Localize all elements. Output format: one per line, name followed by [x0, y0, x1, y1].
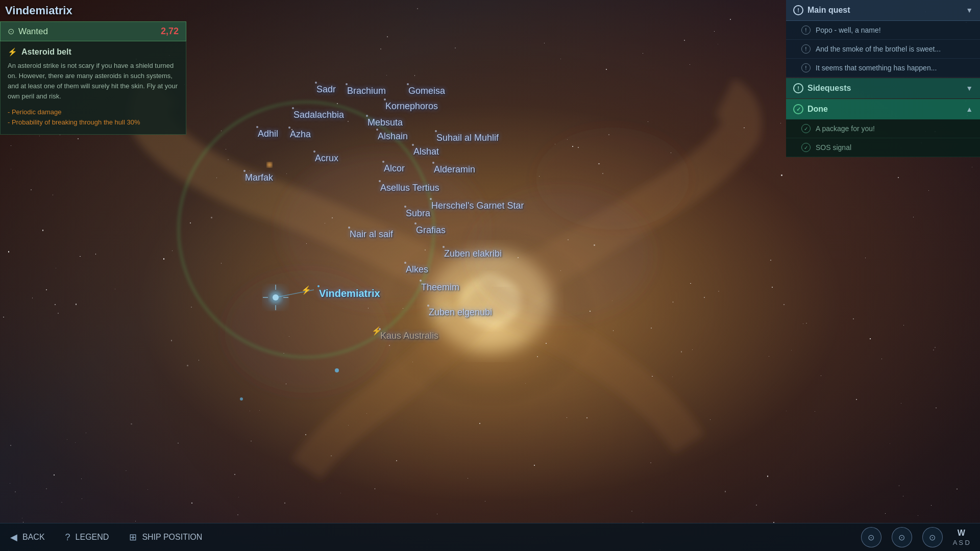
done-chevron: ▲ [966, 105, 973, 113]
star-dot [379, 180, 381, 182]
done-item-icon: ✓ [801, 124, 811, 133]
star-dot [292, 107, 294, 109]
star-dot [376, 129, 378, 131]
star-dot [420, 280, 422, 282]
sidequests-header[interactable]: ! Sidequests ▼ [786, 78, 980, 98]
back-label: BACK [22, 533, 45, 542]
star-dot [435, 130, 437, 132]
main-quest-header[interactable]: ! Main quest ▼ [786, 0, 980, 21]
star-dot [430, 198, 432, 200]
done-item-label: A package for you! [816, 124, 875, 133]
main-quest-section: ! Main quest ▼ ! Popo - well, a name! ! … [786, 0, 980, 78]
sidequests-section: ! Sidequests ▼ [786, 78, 980, 98]
star-dot [404, 262, 406, 264]
asteroid-belt-label: Asteroid belt [21, 47, 71, 57]
nav-control-1: ⊙ [861, 527, 881, 547]
asteroid-panel: ⚡ Asteroid belt An asteroid strike is no… [0, 41, 186, 135]
nav-icon-2: ⊙ [898, 533, 905, 542]
main-quest-chevron: ▼ [966, 6, 973, 14]
star-dot [382, 161, 384, 163]
wanted-left: ⊙ Wanted [8, 27, 48, 37]
nav-control-2: ⊙ [892, 527, 912, 547]
star-dot [407, 83, 409, 85]
wanted-value: 2,72 [161, 26, 179, 37]
star-dot [346, 83, 348, 85]
star-dot [288, 127, 290, 129]
quest-item-label: And the smoke of the brothel is sweet... [816, 45, 941, 53]
asteroid-warn1: - Periodic damage [8, 107, 179, 118]
star-dot [443, 246, 445, 248]
nav-w: W [958, 529, 965, 538]
bottom-bar: ◀ BACK ? LEGEND ⊞ SHIP POSITION ⊙ ⊙ ⊙ W … [0, 523, 980, 551]
quest-panel: ! Main quest ▼ ! Popo - well, a name! ! … [786, 0, 980, 158]
sidequests-icon: ! [793, 83, 803, 93]
star-dot [427, 305, 429, 307]
info-panel: ⊙ Wanted 2,72 ⚡ Asteroid belt An asteroi… [0, 21, 186, 135]
nav-wasd-indicator: W A S D [953, 529, 970, 546]
legend-icon: ? [65, 532, 70, 543]
star-dot [412, 144, 414, 146]
asteroid-title: ⚡ Asteroid belt [8, 47, 179, 57]
star-dot [432, 162, 434, 164]
star-dot [348, 227, 350, 229]
legend-label: LEGEND [76, 533, 109, 542]
quest-item-icon: ! [801, 26, 811, 35]
done-item-label: SOS signal [816, 143, 851, 152]
star-dot [414, 222, 416, 224]
star-dot [313, 151, 315, 153]
main-quest-icon: ! [793, 5, 803, 15]
wanted-label: Wanted [18, 27, 48, 37]
main-quest-label: Main quest [807, 6, 850, 15]
legend-button[interactable]: ? LEGEND [65, 532, 109, 543]
done-item-icon: ✓ [801, 143, 811, 152]
done-section: ✓ Done ▲ ✓ A package for you! ✓ SOS sign… [786, 99, 980, 157]
quest-item[interactable]: ! Popo - well, a name! [786, 21, 980, 40]
wanted-icon: ⊙ [8, 27, 14, 36]
sidequests-chevron: ▼ [966, 84, 973, 92]
bottom-right-controls: ⊙ ⊙ ⊙ W A S D [861, 527, 970, 547]
ship-position-label: SHIP POSITION [142, 533, 202, 542]
done-items: ✓ A package for you! ✓ SOS signal [786, 119, 980, 157]
nav-icon-3: ⊙ [929, 533, 936, 542]
quest-item-icon: ! [801, 44, 811, 54]
quest-item[interactable]: ! It seems that something has happen... [786, 59, 980, 78]
done-header[interactable]: ✓ Done ▲ [786, 99, 980, 119]
done-item[interactable]: ✓ SOS signal [786, 138, 980, 157]
star-dot [315, 82, 317, 84]
star-dot [384, 98, 386, 101]
nav-control-3: ⊙ [922, 527, 943, 547]
back-icon: ◀ [10, 532, 17, 543]
star-dot [256, 126, 258, 128]
page-title: Vindemiatrix [5, 4, 72, 17]
done-icon: ✓ [793, 104, 803, 114]
star-dot [317, 285, 320, 287]
sidequests-label: Sidequests [807, 84, 851, 93]
star-dot [404, 206, 406, 208]
done-label: Done [807, 105, 828, 114]
asteroid-desc: An asteroid strike is not scary if you h… [8, 61, 179, 102]
nav-icon-1: ⊙ [868, 533, 874, 542]
wanted-bar: ⊙ Wanted 2,72 [0, 21, 186, 41]
star-dot [379, 328, 381, 330]
back-button[interactable]: ◀ BACK [10, 532, 45, 543]
main-quest-items: ! Popo - well, a name! ! And the smoke o… [786, 21, 980, 78]
nav-asd: A S D [953, 539, 970, 546]
asteroid-warn2: - Probability of breaking through the hu… [8, 117, 179, 128]
star-dot [243, 170, 246, 172]
ship-position-icon: ⊞ [129, 532, 137, 543]
quest-item-label: Popo - well, a name! [816, 26, 881, 34]
quest-item-icon: ! [801, 63, 811, 72]
asteroid-warn: - Periodic damage - Probability of break… [8, 107, 179, 129]
done-item[interactable]: ✓ A package for you! [786, 119, 980, 138]
quest-item[interactable]: ! And the smoke of the brothel is sweet.… [786, 40, 980, 59]
quest-item-label: It seems that something has happen... [816, 64, 937, 72]
ship-position-button[interactable]: ⊞ SHIP POSITION [129, 532, 202, 543]
asteroid-belt-icon: ⚡ [8, 47, 17, 57]
star-dot [366, 115, 368, 117]
